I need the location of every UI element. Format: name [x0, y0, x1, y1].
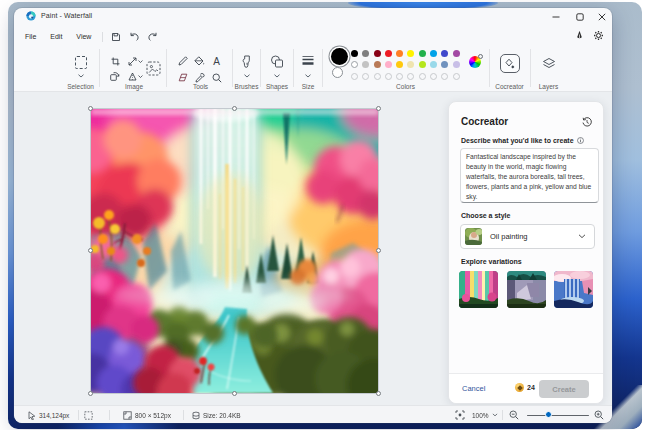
color-wells [331, 48, 353, 80]
rotate-icon[interactable] [108, 70, 122, 83]
selection-handle-n[interactable] [232, 106, 237, 111]
selection-handle-sw[interactable] [88, 391, 93, 396]
zoom-in-icon [594, 410, 604, 420]
canvas-workspace: Cocreator Describe what you'd like to cr… [14, 92, 612, 405]
zoom-in-button[interactable] [594, 406, 604, 423]
close-icon [598, 13, 606, 21]
crop-icon[interactable] [108, 55, 122, 68]
ribbon-group-brushes[interactable]: Brushes [232, 45, 261, 91]
palette-color[interactable] [441, 61, 448, 68]
color-wheel-button[interactable] [469, 56, 482, 69]
close-button[interactable] [593, 10, 611, 24]
zoom-slider-thumb[interactable] [545, 411, 552, 418]
text-tool-icon[interactable]: A [210, 54, 223, 67]
palette-color[interactable] [374, 50, 381, 57]
palette-empty-slot[interactable] [374, 73, 381, 80]
brush-icon [241, 55, 252, 68]
ribbon-group-size[interactable]: Size [294, 45, 322, 91]
fit-to-window-button[interactable] [455, 406, 465, 423]
palette-row [351, 61, 467, 68]
ribbon-group-selection[interactable]: Selection [62, 45, 99, 91]
cocreator-panel-title: Cocreator [461, 116, 508, 127]
minimize-button[interactable] [547, 10, 565, 24]
ribbon-group-label: Selection [62, 83, 99, 90]
settings-gear-icon[interactable] [593, 30, 604, 41]
ribbon-group-cocreator[interactable]: Cocreator [489, 45, 530, 91]
canvas-size: 800 × 512px [135, 412, 171, 419]
selection-handle-se[interactable] [376, 391, 381, 396]
status-file-size: Size: 20.4KB [192, 406, 241, 423]
palette-empty-slot[interactable] [396, 73, 403, 80]
selection-handle-w[interactable] [88, 248, 93, 253]
fill-bucket-icon[interactable] [193, 54, 206, 67]
palette-color[interactable] [396, 50, 403, 57]
palette-color[interactable] [385, 50, 392, 57]
palette-color[interactable] [453, 61, 460, 68]
ribbon-group-shapes[interactable]: Shapes [260, 45, 294, 91]
zoom-slider-track[interactable] [527, 415, 589, 417]
palette-color[interactable] [396, 61, 403, 68]
palette-empty-slot[interactable] [419, 73, 426, 80]
palette-color[interactable] [362, 61, 369, 68]
selection-handle-s[interactable] [232, 391, 237, 396]
palette-color[interactable] [453, 50, 460, 57]
palette-empty-slot[interactable] [351, 73, 358, 80]
status-cursor-position: 314,124px [28, 406, 69, 423]
color1-well[interactable] [331, 48, 348, 65]
palette-color[interactable] [385, 61, 392, 68]
ribbon-group-layers[interactable]: Layers [530, 45, 567, 91]
background-removal-icon[interactable] [146, 61, 161, 76]
palette-color[interactable] [351, 50, 358, 57]
palette-color[interactable] [441, 50, 448, 57]
info-icon[interactable] [577, 137, 584, 144]
prompt-textarea[interactable]: Fantastical landscape inspired by the be… [460, 148, 599, 203]
zoom-out-button[interactable] [509, 406, 519, 423]
menu-file[interactable]: File [18, 31, 43, 42]
flip-icon[interactable] [125, 70, 145, 83]
resize-icon[interactable] [125, 55, 145, 68]
selection-handle-nw[interactable] [88, 106, 93, 111]
save-button[interactable] [108, 30, 124, 43]
palette-empty-slot[interactable] [441, 73, 448, 80]
cancel-button[interactable]: Cancel [462, 384, 485, 393]
palette-color[interactable] [407, 50, 414, 57]
palette-color[interactable] [430, 50, 437, 57]
color2-well[interactable] [332, 67, 343, 78]
variation-1-image [459, 271, 498, 308]
menubar-separator [102, 32, 103, 42]
history-icon[interactable] [582, 117, 592, 127]
redo-button[interactable] [144, 30, 160, 43]
palette-color[interactable] [430, 61, 437, 68]
ribbon-group-label: Cocreator [489, 83, 530, 90]
palette-empty-slot[interactable] [362, 73, 369, 80]
statusbar-divider [183, 410, 184, 420]
paint-canvas[interactable] [91, 109, 378, 393]
cocreator-button[interactable] [500, 54, 520, 73]
palette-empty-slot[interactable] [430, 73, 437, 80]
variation-thumbnail-3[interactable] [554, 271, 593, 308]
palette-empty-slot[interactable] [407, 73, 414, 80]
create-button[interactable]: Create [539, 380, 589, 398]
style-dropdown[interactable]: Oil painting [460, 224, 595, 249]
menu-edit[interactable]: Edit [43, 31, 69, 42]
palette-color[interactable] [419, 50, 426, 57]
palette-color[interactable] [419, 61, 426, 68]
palette-empty-slot[interactable] [385, 73, 392, 80]
selection-handle-e[interactable] [376, 248, 381, 253]
palette-color[interactable] [407, 61, 414, 68]
menu-view[interactable]: View [69, 31, 98, 42]
palette-color[interactable] [351, 61, 358, 68]
titlebar-right-actions [575, 30, 604, 41]
undo-button[interactable] [126, 30, 142, 43]
selection-handle-ne[interactable] [376, 106, 381, 111]
palette-color[interactable] [362, 50, 369, 57]
maximize-button[interactable] [571, 10, 589, 24]
variation-thumbnail-2[interactable] [507, 271, 546, 308]
zoom-level-dropdown[interactable]: 100% [472, 406, 498, 423]
save-icon [111, 32, 121, 42]
pencil-icon[interactable] [176, 54, 189, 67]
variation-thumbnail-1[interactable] [459, 271, 498, 308]
palette-empty-slot[interactable] [453, 73, 460, 80]
palette-color[interactable] [374, 61, 381, 68]
pen-mode-icon[interactable] [575, 30, 584, 41]
